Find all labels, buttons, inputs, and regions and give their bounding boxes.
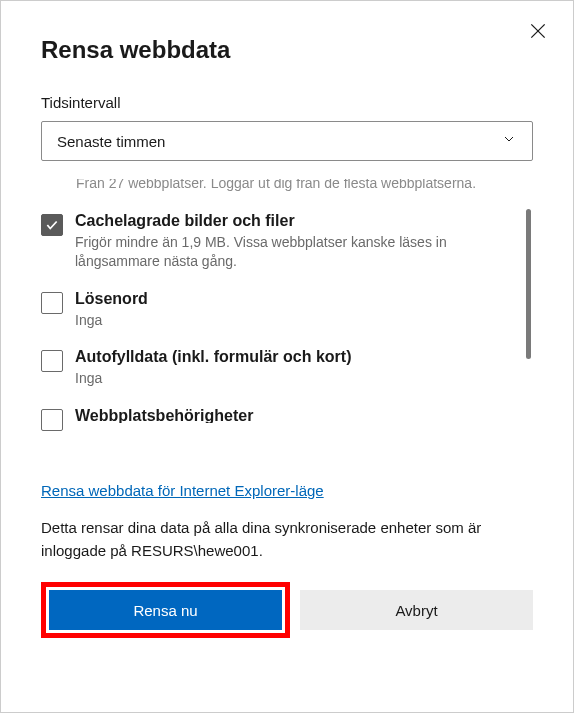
button-row: Rensa nu Avbryt bbox=[41, 582, 533, 638]
time-range-label: Tidsintervall bbox=[41, 94, 533, 111]
list-item: Från 27 webbplatser. Loggar ut dig från … bbox=[41, 179, 515, 194]
ie-mode-link[interactable]: Rensa webbdata för Internet Explorer-läg… bbox=[41, 482, 533, 499]
list-item-passwords: Lösenord Inga bbox=[41, 290, 515, 331]
checkbox-site-permissions[interactable] bbox=[41, 409, 63, 431]
options-list: Från 27 webbplatser. Loggar ut dig från … bbox=[41, 179, 533, 467]
clear-browsing-data-dialog: Rensa webbdata Tidsintervall Senaste tim… bbox=[1, 1, 573, 712]
dialog-title: Rensa webbdata bbox=[41, 36, 533, 64]
item-title: Webbplatsbehörigheter bbox=[75, 407, 515, 423]
list-item-cached-images: Cachelagrade bilder och filer Frigör min… bbox=[41, 212, 515, 272]
time-range-select[interactable]: Senaste timmen bbox=[41, 121, 533, 161]
scrollbar-thumb[interactable] bbox=[526, 209, 531, 359]
item-description: Inga bbox=[75, 369, 515, 389]
checkbox-cached-images[interactable] bbox=[41, 214, 63, 236]
item-title: Autofylldata (inkl. formulär och kort) bbox=[75, 348, 515, 366]
item-description: Inga bbox=[75, 311, 515, 331]
item-title: Lösenord bbox=[75, 290, 515, 308]
time-range-value: Senaste timmen bbox=[57, 133, 165, 150]
chevron-down-icon bbox=[501, 131, 517, 151]
list-item-autofill: Autofylldata (inkl. formulär och kort) I… bbox=[41, 348, 515, 389]
close-button[interactable] bbox=[528, 21, 548, 41]
item-title: Cachelagrade bilder och filer bbox=[75, 212, 515, 230]
checkbox-passwords[interactable] bbox=[41, 292, 63, 314]
clear-now-highlight: Rensa nu bbox=[41, 582, 290, 638]
check-icon bbox=[45, 218, 59, 232]
sync-info-text: Detta rensar dina data på alla dina synk… bbox=[41, 517, 533, 562]
item-description: Frigör mindre än 1,9 MB. Vissa webbplats… bbox=[75, 233, 515, 272]
cancel-button[interactable]: Avbryt bbox=[300, 590, 533, 630]
close-icon bbox=[528, 21, 548, 41]
checkbox-autofill[interactable] bbox=[41, 350, 63, 372]
clear-now-button[interactable]: Rensa nu bbox=[49, 590, 282, 630]
item-description: Från 27 webbplatser. Loggar ut dig från … bbox=[76, 179, 515, 194]
list-item-site-permissions: Webbplatsbehörigheter bbox=[41, 407, 515, 431]
